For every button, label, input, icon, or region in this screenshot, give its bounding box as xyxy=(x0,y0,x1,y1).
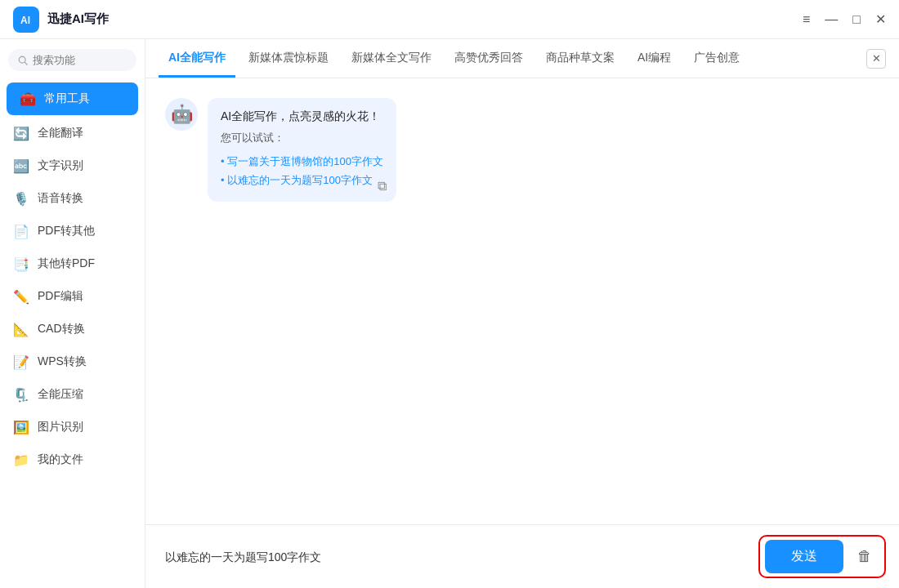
chat-bubble-hint: 您可以试试： xyxy=(221,131,383,145)
maximize-icon[interactable]: □ xyxy=(852,13,861,26)
delete-button[interactable]: 🗑 xyxy=(850,542,879,572)
sidebar-item-common-tools[interactable]: 🧰 常用工具 xyxy=(7,82,138,115)
chat-link-1[interactable]: 以难忘的一天为题写100字作文 xyxy=(221,171,383,189)
sidebar-search-box[interactable] xyxy=(8,49,136,71)
sidebar-item-pdf-to-other[interactable]: 📄 PDF转其他 xyxy=(0,215,145,247)
tab-new-media-full[interactable]: 新媒体全文写作 xyxy=(342,39,441,78)
chat-bubble: AI全能写作，点亮灵感的火花！ 您可以试试： 写一篇关于逛博物馆的100字作文以… xyxy=(208,98,396,202)
sidebar-items: 🧰 常用工具 🔄 全能翻译 🔤 文字识别 🎙️ 语音转换 📄 PDF转其他 📑 … xyxy=(0,81,145,476)
search-icon xyxy=(18,55,28,66)
sidebar-item-pdf-edit[interactable]: ✏️ PDF编辑 xyxy=(0,280,145,313)
sidebar-item-wps-convert[interactable]: 📝 WPS转换 xyxy=(0,345,145,378)
sidebar-icon-wps-convert: 📝 xyxy=(13,354,29,370)
sidebar-icon-common-tools: 🧰 xyxy=(20,91,36,107)
input-area: 发送 🗑 xyxy=(145,524,899,588)
title-bar-controls: ≡ — □ ✕ xyxy=(803,13,886,26)
menu-icon[interactable]: ≡ xyxy=(803,13,810,26)
sidebar-label-wps-convert: WPS转换 xyxy=(38,354,87,369)
sidebar-item-full-translation[interactable]: 🔄 全能翻译 xyxy=(0,117,145,149)
sidebar-item-voice-conversion[interactable]: 🎙️ 语音转换 xyxy=(0,182,145,215)
main-content: 🧰 常用工具 🔄 全能翻译 🔤 文字识别 🎙️ 语音转换 📄 PDF转其他 📑 … xyxy=(0,39,899,588)
title-bar-left: AI 迅捷AI写作 xyxy=(13,7,109,33)
input-area-right: 发送 🗑 xyxy=(758,535,886,578)
sidebar-item-text-recognition[interactable]: 🔤 文字识别 xyxy=(0,149,145,182)
tab-new-media-title[interactable]: 新媒体震惊标题 xyxy=(239,39,338,78)
bot-avatar: 🤖 xyxy=(165,98,198,131)
search-input[interactable] xyxy=(33,54,127,66)
close-icon[interactable]: ✕ xyxy=(875,13,886,26)
sidebar-item-image-recognition[interactable]: 🖼️ 图片识别 xyxy=(0,411,145,443)
sidebar-label-text-recognition: 文字识别 xyxy=(38,158,83,173)
sidebar-item-compress[interactable]: 🗜️ 全能压缩 xyxy=(0,378,145,411)
sidebar-label-cad-convert: CAD转换 xyxy=(38,322,85,336)
sidebar-label-voice-conversion: 语音转换 xyxy=(38,191,83,206)
sidebar-item-my-files[interactable]: 📁 我的文件 xyxy=(0,443,145,476)
tab-product-copy[interactable]: 商品种草文案 xyxy=(536,39,624,78)
chat-link-0[interactable]: 写一篇关于逛博物馆的100字作文 xyxy=(221,152,383,171)
message-input[interactable] xyxy=(159,542,749,572)
sidebar-label-compress: 全能压缩 xyxy=(38,387,83,402)
app-logo: AI xyxy=(13,7,39,33)
send-button[interactable]: 发送 xyxy=(765,540,843,573)
sidebar-icon-compress: 🗜️ xyxy=(13,386,29,403)
sidebar-icon-voice-conversion: 🎙️ xyxy=(13,190,29,207)
sidebar-label-pdf-edit: PDF编辑 xyxy=(38,289,83,304)
window-controls: ≡ — □ ✕ xyxy=(803,13,886,26)
tab-ad-creative[interactable]: 广告创意 xyxy=(684,39,749,78)
sidebar-label-image-recognition: 图片识别 xyxy=(38,420,83,434)
tabs-container: AI全能写作新媒体震惊标题新媒体全文写作高赞优秀回答商品种草文案AI编程广告创意 xyxy=(159,39,863,78)
sidebar-label-other-to-pdf: 其他转PDF xyxy=(38,256,95,271)
sidebar-item-other-to-pdf[interactable]: 📑 其他转PDF xyxy=(0,247,145,280)
title-bar: AI 迅捷AI写作 ≡ — □ ✕ xyxy=(0,0,899,39)
tab-close-button[interactable]: ✕ xyxy=(866,49,886,69)
svg-text:AI: AI xyxy=(20,15,30,26)
sidebar-label-pdf-to-other: PDF转其他 xyxy=(38,224,95,238)
right-panel: AI全能写作新媒体震惊标题新媒体全文写作高赞优秀回答商品种草文案AI编程广告创意… xyxy=(145,39,899,588)
tab-ai-writing[interactable]: AI全能写作 xyxy=(159,39,235,78)
sidebar-icon-full-translation: 🔄 xyxy=(13,125,29,141)
sidebar-icon-cad-convert: 📐 xyxy=(13,321,29,337)
tabs-bar: AI全能写作新媒体震惊标题新媒体全文写作高赞优秀回答商品种草文案AI编程广告创意… xyxy=(145,39,899,78)
svg-line-3 xyxy=(25,62,27,65)
sidebar-icon-image-recognition: 🖼️ xyxy=(13,419,29,435)
sidebar-item-cad-convert[interactable]: 📐 CAD转换 xyxy=(0,313,145,345)
tab-high-quality-reply[interactable]: 高赞优秀回答 xyxy=(445,39,533,78)
chat-area: 🤖 AI全能写作，点亮灵感的火花！ 您可以试试： 写一篇关于逛博物馆的100字作… xyxy=(145,78,899,524)
sidebar-icon-other-to-pdf: 📑 xyxy=(13,256,29,272)
sidebar-icon-pdf-to-other: 📄 xyxy=(13,223,29,239)
chat-message: 🤖 AI全能写作，点亮灵感的火花！ 您可以试试： 写一篇关于逛博物馆的100字作… xyxy=(165,98,655,202)
sidebar-icon-my-files: 📁 xyxy=(13,452,29,468)
tab-ai-programming[interactable]: AI编程 xyxy=(628,39,681,78)
minimize-icon[interactable]: — xyxy=(825,13,838,26)
sidebar-icon-pdf-edit: ✏️ xyxy=(13,288,29,305)
sidebar: 🧰 常用工具 🔄 全能翻译 🔤 文字识别 🎙️ 语音转换 📄 PDF转其他 📑 … xyxy=(0,39,145,588)
sidebar-label-my-files: 我的文件 xyxy=(38,452,83,467)
chat-bubble-title: AI全能写作，点亮灵感的火花！ xyxy=(221,109,383,124)
sidebar-icon-text-recognition: 🔤 xyxy=(13,158,29,174)
chat-links: 写一篇关于逛博物馆的100字作文以难忘的一天为题写100字作文 xyxy=(221,152,383,190)
copy-icon[interactable]: ⧉ xyxy=(378,179,387,194)
sidebar-label-full-translation: 全能翻译 xyxy=(38,126,83,140)
sidebar-label-common-tools: 常用工具 xyxy=(44,91,90,106)
app-title: 迅捷AI写作 xyxy=(47,11,109,27)
